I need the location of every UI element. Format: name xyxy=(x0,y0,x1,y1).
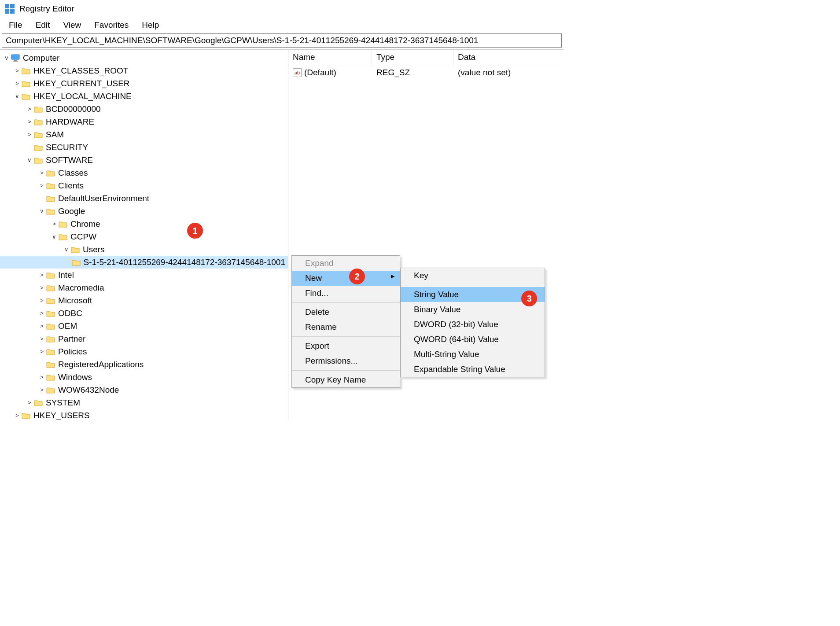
tree-oem[interactable]: >OEM xyxy=(0,320,288,332)
collapse-icon[interactable]: ∨ xyxy=(50,230,58,243)
tree-clients[interactable]: >Clients xyxy=(0,179,288,192)
tree-partner[interactable]: >Partner xyxy=(0,332,288,345)
sub-key[interactable]: Key xyxy=(401,268,545,283)
menu-edit[interactable]: Edit xyxy=(29,19,56,31)
svg-rect-6 xyxy=(13,61,18,62)
column-type[interactable]: Type xyxy=(372,50,453,65)
folder-icon xyxy=(72,258,81,267)
tree-windows[interactable]: >Windows xyxy=(0,371,288,383)
column-name[interactable]: Name xyxy=(288,50,372,65)
expand-icon[interactable]: > xyxy=(13,77,21,90)
ctx-new[interactable]: New xyxy=(292,271,400,286)
folder-icon xyxy=(58,219,68,229)
tree-odbc[interactable]: >ODBC xyxy=(0,307,288,320)
folder-icon xyxy=(21,79,31,88)
menu-view[interactable]: View xyxy=(57,19,87,31)
expand-icon[interactable]: > xyxy=(13,409,21,420)
value-data: (value not set) xyxy=(453,65,564,80)
tree-google[interactable]: ∨Google xyxy=(0,205,288,217)
tree-hcr[interactable]: >HKEY_CLASSES_ROOT xyxy=(0,64,288,77)
sub-dword[interactable]: DWORD (32-bit) Value xyxy=(401,317,545,332)
tree-hku[interactable]: >HKEY_USERS xyxy=(0,409,288,420)
folder-icon xyxy=(33,117,43,127)
expand-icon[interactable]: > xyxy=(26,115,33,128)
expand-icon[interactable]: > xyxy=(13,64,21,77)
expand-icon[interactable]: > xyxy=(38,281,46,294)
string-value-icon: ab xyxy=(293,68,302,77)
tree-wow[interactable]: >WOW6432Node xyxy=(0,383,288,396)
ctx-permissions[interactable]: Permissions... xyxy=(292,354,400,368)
menu-favorites[interactable]: Favorites xyxy=(88,19,135,31)
ctx-rename[interactable]: Rename xyxy=(292,320,400,335)
expand-icon[interactable]: > xyxy=(38,371,46,383)
regedit-icon xyxy=(4,4,15,14)
tree-users[interactable]: ∨Users xyxy=(0,243,288,256)
folder-icon xyxy=(33,143,43,152)
folder-icon xyxy=(46,385,55,395)
annotation-badge-3: 3 xyxy=(521,291,537,306)
tree-chrome[interactable]: >Chrome xyxy=(0,217,288,230)
tree-policies[interactable]: >Policies xyxy=(0,345,288,358)
tree-security[interactable]: SECURITY xyxy=(0,141,288,154)
tree-regapps[interactable]: RegisteredApplications xyxy=(0,358,288,371)
expand-icon[interactable]: > xyxy=(26,103,33,115)
column-data[interactable]: Data xyxy=(453,50,564,65)
expand-icon[interactable]: > xyxy=(38,294,46,307)
expand-icon[interactable]: > xyxy=(38,179,46,192)
folder-icon xyxy=(46,334,55,344)
expand-icon[interactable]: > xyxy=(38,345,46,358)
tree-gcpw[interactable]: ∨GCPW xyxy=(0,230,288,243)
tree-hardware[interactable]: >HARDWARE xyxy=(0,115,288,128)
collapse-icon[interactable]: ∨ xyxy=(63,243,70,256)
expand-icon[interactable]: > xyxy=(26,396,33,409)
expand-icon[interactable]: > xyxy=(50,217,58,230)
ctx-export[interactable]: Export xyxy=(292,339,400,354)
expand-icon[interactable]: > xyxy=(38,307,46,320)
expand-icon[interactable]: > xyxy=(38,383,46,396)
folder-icon xyxy=(46,270,55,280)
menu-help[interactable]: Help xyxy=(136,19,165,31)
tree-intel[interactable]: >Intel xyxy=(0,269,288,281)
expand-icon[interactable]: > xyxy=(38,332,46,345)
tree-hcu[interactable]: >HKEY_CURRENT_USER xyxy=(0,77,288,90)
ctx-copy-key[interactable]: Copy Key Name xyxy=(292,372,400,387)
address-bar[interactable]: Computer\HKEY_LOCAL_MACHINE\SOFTWARE\Goo… xyxy=(2,33,562,48)
ctx-find[interactable]: Find... xyxy=(292,286,400,301)
ctx-delete[interactable]: Delete xyxy=(292,305,400,320)
collapse-icon[interactable]: ∨ xyxy=(13,90,21,103)
values-header: Name Type Data xyxy=(288,50,564,65)
sub-multi[interactable]: Multi-String Value xyxy=(401,347,545,362)
collapse-icon[interactable]: ∨ xyxy=(26,154,33,166)
tree-hlm[interactable]: ∨HKEY_LOCAL_MACHINE xyxy=(0,90,288,103)
tree-sam[interactable]: >SAM xyxy=(0,128,288,141)
ctx-separator xyxy=(292,336,400,337)
tree-sid-selected[interactable]: S-1-5-21-4011255269-4244148172-363714564… xyxy=(0,256,288,269)
folder-icon xyxy=(21,92,31,101)
expand-icon[interactable]: > xyxy=(38,320,46,332)
tree-classes[interactable]: >Classes xyxy=(0,166,288,179)
folder-icon xyxy=(33,104,43,114)
svg-rect-0 xyxy=(5,4,9,8)
ctx-expand[interactable]: Expand xyxy=(292,256,400,271)
tree-panel[interactable]: ∨Computer >HKEY_CLASSES_ROOT >HKEY_CURRE… xyxy=(0,50,288,420)
svg-rect-5 xyxy=(14,60,17,61)
tree-microsoft[interactable]: >Microsoft xyxy=(0,294,288,307)
expand-icon[interactable]: > xyxy=(38,269,46,281)
collapse-icon[interactable]: ∨ xyxy=(38,205,46,217)
tree-system[interactable]: >SYSTEM xyxy=(0,396,288,409)
tree-root[interactable]: ∨Computer xyxy=(0,52,288,64)
tree-macromedia[interactable]: >Macromedia xyxy=(0,281,288,294)
sub-qword[interactable]: QWORD (64-bit) Value xyxy=(401,332,545,347)
tree-bcd[interactable]: >BCD00000000 xyxy=(0,103,288,115)
tree-software[interactable]: ∨SOFTWARE xyxy=(0,154,288,166)
tree-due[interactable]: DefaultUserEnvironment xyxy=(0,192,288,205)
collapse-icon[interactable]: ∨ xyxy=(3,52,11,64)
expand-icon[interactable]: > xyxy=(38,166,46,179)
expand-icon[interactable]: > xyxy=(26,128,33,141)
svg-rect-3 xyxy=(10,9,15,14)
menu-file[interactable]: File xyxy=(3,19,29,31)
sub-binary[interactable]: Binary Value xyxy=(401,302,545,317)
value-row-default[interactable]: ab(Default) REG_SZ (value not set) xyxy=(288,65,564,80)
value-name: (Default) xyxy=(304,68,336,77)
sub-expand[interactable]: Expandable String Value xyxy=(401,362,545,377)
